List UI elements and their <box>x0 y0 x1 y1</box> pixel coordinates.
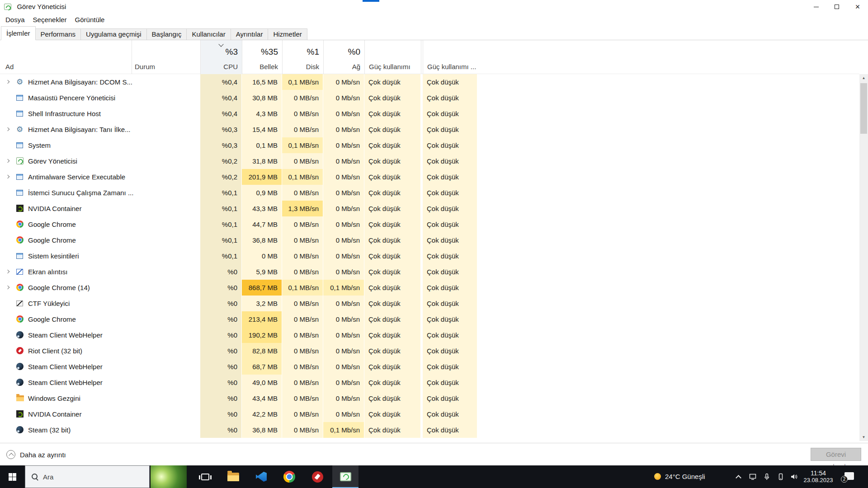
process-row[interactable]: Windows Gezgini%043,4 MB0 MB/sn0 Mb/snÇo… <box>0 390 859 406</box>
show-hidden-icons-button[interactable] <box>732 465 744 488</box>
end-task-button[interactable]: Görevi sonlandır <box>811 448 861 461</box>
process-row[interactable]: Steam Client WebHelper%0190,2 MB0 MB/sn0… <box>0 327 859 343</box>
process-row[interactable]: Steam (32 bit)%036,8 MB0 MB/sn0,1 Mb/snÇ… <box>0 422 859 438</box>
menu-item-0[interactable]: Dosya <box>1 16 29 23</box>
chrome-button[interactable] <box>276 465 302 488</box>
power-cell: Çok düşük <box>364 137 421 153</box>
menu-item-2[interactable]: Görüntüle <box>71 16 109 23</box>
minimize-button[interactable] <box>806 0 826 14</box>
scrollbar-thumb[interactable] <box>860 83 867 134</box>
process-row[interactable]: Google Chrome (14)%0868,7 MB0,1 MB/sn0,1… <box>0 280 859 296</box>
process-name: NVIDIA Container <box>28 406 81 422</box>
tray-microphone-button[interactable] <box>761 465 773 488</box>
maximize-button[interactable] <box>826 0 847 14</box>
pinned-red-app-button[interactable] <box>304 465 330 488</box>
screen: Görev Yöneticisi × DosyaSeçeneklerGörünt… <box>0 0 868 488</box>
scroll-up-button[interactable]: ▲ <box>859 74 868 82</box>
weather-sun-icon[interactable] <box>654 473 661 480</box>
process-row[interactable]: Steam Client WebHelper%068,7 MB0 MB/sn0 … <box>0 359 859 375</box>
process-status-cell <box>132 422 200 438</box>
process-name: Steam Client WebHelper <box>28 375 103 390</box>
column-header-name[interactable]: Ad <box>0 40 132 74</box>
memory-cell: 0,1 MB <box>242 137 282 153</box>
tab-3[interactable]: Başlangıç <box>146 28 187 40</box>
window-icon <box>16 111 23 117</box>
action-center-button[interactable]: 2 <box>844 472 854 480</box>
process-row[interactable]: NVIDIA Container%042,2 MB0 MB/sn0 Mb/snÇ… <box>0 406 859 422</box>
column-header-network[interactable]: %0 Ağ <box>323 40 364 74</box>
expand-chevron-icon[interactable] <box>6 80 9 84</box>
process-row[interactable]: Shell Infrastructure Host%0,44,3 MB0 MB/… <box>0 106 859 122</box>
column-header-disk[interactable]: %1 Disk <box>282 40 323 74</box>
process-row[interactable]: Google Chrome%0213,4 MB0 MB/sn0 Mb/snÇok… <box>0 311 859 327</box>
cpu-total-percent: %3 <box>226 47 238 57</box>
process-name-cell: CTF Yükleyici <box>0 296 132 311</box>
process-row[interactable]: İstemci Sunucu Çalışma Zamanı ...%0,10,9… <box>0 185 859 201</box>
disk-cell: 0 MB/sn <box>282 122 323 137</box>
column-header-memory[interactable]: %35 Bellek <box>242 40 282 74</box>
details-toggle[interactable]: Daha az ayrıntı <box>6 443 66 466</box>
taskbar-clock[interactable]: 11:54 23.08.2023 <box>800 469 836 484</box>
process-row[interactable]: Masaüstü Pencere Yöneticisi%0,430,8 MB0 … <box>0 90 859 106</box>
expand-chevron-icon[interactable] <box>6 127 9 131</box>
process-row[interactable]: Google Chrome%0,144,7 MB0 MB/sn0 Mb/snÇo… <box>0 216 859 232</box>
column-label-network: Ağ <box>352 63 360 70</box>
scroll-down-button[interactable]: ▼ <box>859 433 868 441</box>
power-trend-cell: Çok düşük <box>423 264 477 280</box>
vertical-scrollbar[interactable]: ▲ ▼ <box>859 74 868 441</box>
network-cell: 0 Mb/sn <box>323 153 364 169</box>
column-header-status[interactable]: Durum <box>132 40 200 74</box>
taskbar-search[interactable]: Ara <box>25 465 150 488</box>
snip-icon <box>16 269 23 275</box>
column-header-power-trend[interactable]: Güç kullanımı ... <box>423 40 477 74</box>
tab-5[interactable]: Ayrıntılar <box>231 28 269 40</box>
pinned-photo-tile-button[interactable] <box>151 465 187 488</box>
process-row[interactable]: Görev Yöneticisi%0,231,8 MB0 MB/sn0 Mb/s… <box>0 153 859 169</box>
tab-6[interactable]: Hizmetler <box>268 28 307 40</box>
memory-cell: 82,8 MB <box>242 343 282 359</box>
memory-cell: 3,2 MB <box>242 296 282 311</box>
weather-button[interactable]: 24°C Güneşli <box>665 465 705 488</box>
process-row[interactable]: Sistem kesintileri%0,10 MB0 MB/sn0 Mb/sn… <box>0 248 859 264</box>
tab-0[interactable]: İşlemler <box>1 26 36 40</box>
pinned-blue-app-button[interactable] <box>248 465 274 488</box>
process-row[interactable]: NVIDIA Container%0,143,3 MB1,3 MB/sn0 Mb… <box>0 201 859 216</box>
expand-chevron-icon[interactable] <box>6 175 9 178</box>
task-view-button[interactable] <box>192 465 218 488</box>
task-manager-button[interactable] <box>332 465 359 488</box>
expand-chevron-icon[interactable] <box>6 159 9 163</box>
process-row[interactable]: Hizmet Ana Bilgisayarı: Tanı İlke...%0,3… <box>0 122 859 137</box>
process-row[interactable]: CTF Yükleyici%03,2 MB0 MB/sn0 Mb/snÇok d… <box>0 296 859 311</box>
taskmgr-icon <box>16 157 24 164</box>
power-cell: Çok düşük <box>364 343 421 359</box>
memory-cell: 0,9 MB <box>242 185 282 201</box>
expand-chevron-icon[interactable] <box>6 286 9 289</box>
process-row[interactable]: System%0,30,1 MB0,1 MB/sn0 Mb/snÇok düşü… <box>0 137 859 153</box>
menu-item-1[interactable]: Seçenekler <box>29 16 71 23</box>
tab-2[interactable]: Uygulama geçmişi <box>80 28 147 40</box>
tray-device-button[interactable] <box>775 465 787 488</box>
power-trend-cell: Çok düşük <box>423 359 477 375</box>
tray-display-button[interactable] <box>747 465 759 488</box>
tray-speaker-button[interactable] <box>788 465 800 488</box>
process-status-cell <box>132 90 200 106</box>
process-row[interactable]: Google Chrome%0,136,8 MB0 MB/sn0 Mb/snÇo… <box>0 232 859 248</box>
disk-cell: 0 MB/sn <box>282 264 323 280</box>
tab-4[interactable]: Kullanıcılar <box>186 28 231 40</box>
close-button[interactable]: × <box>847 0 868 14</box>
column-header-cpu[interactable]: %3 CPU <box>200 40 242 74</box>
cpu-cell: %0,1 <box>200 216 242 232</box>
tab-1[interactable]: Performans <box>35 28 81 40</box>
process-row[interactable]: Hizmet Ana Bilgisayarı: DCOM S...%0,416,… <box>0 74 859 90</box>
expand-chevron-icon[interactable] <box>6 270 9 273</box>
start-button[interactable] <box>0 465 25 488</box>
file-explorer-button[interactable] <box>220 465 246 488</box>
column-header-power[interactable]: Güç kullanımı <box>364 40 421 74</box>
process-row[interactable]: Riot Client (32 bit)%082,8 MB0 MB/sn0 Mb… <box>0 343 859 359</box>
process-row[interactable]: Steam Client WebHelper%049,0 MB0 MB/sn0 … <box>0 375 859 390</box>
disk-cell: 0 MB/sn <box>282 390 323 406</box>
process-row[interactable]: Antimalware Service Executable%0,2201,9 … <box>0 169 859 185</box>
power-trend-cell: Çok düşük <box>423 390 477 406</box>
cpu-cell: %0 <box>200 327 242 343</box>
process-row[interactable]: Ekran alıntısı%05,9 MB0 MB/sn0 Mb/snÇok … <box>0 264 859 280</box>
